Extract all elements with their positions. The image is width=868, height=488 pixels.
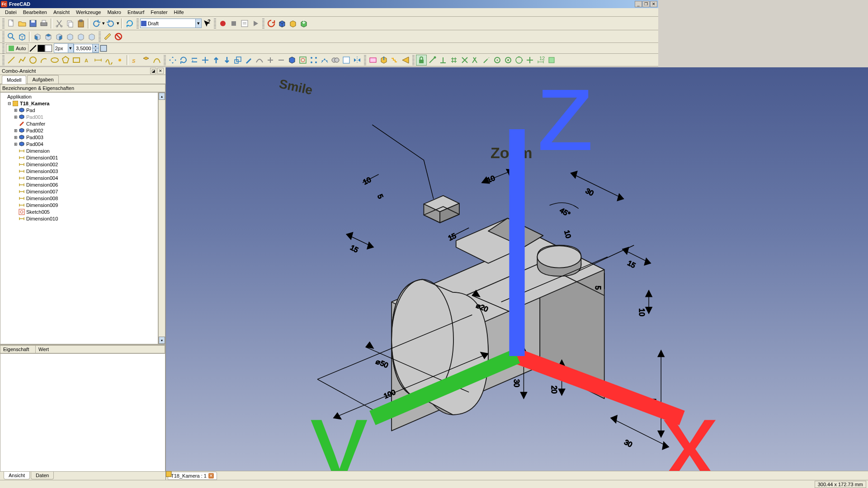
tab-aufgaben[interactable]: Aufgaben <box>27 75 58 84</box>
draft-bspline-button[interactable] <box>104 55 114 66</box>
path-array-button[interactable] <box>319 55 330 66</box>
draft-shapestring-button[interactable]: S <box>130 55 141 66</box>
draft-line-button[interactable] <box>6 55 17 66</box>
paste-button[interactable] <box>75 18 86 29</box>
tree-item[interactable]: ·Dimension <box>0 147 158 154</box>
chevron-down-icon[interactable]: ▾ <box>195 19 201 28</box>
menu-werkzeuge[interactable]: Werkzeuge <box>73 9 104 16</box>
snap-angle-button[interactable] <box>514 55 524 66</box>
workbench-combo-value[interactable] <box>147 21 195 26</box>
tree-item[interactable]: ⊞Pad001 <box>0 113 158 120</box>
del-point-button[interactable] <box>276 55 287 66</box>
menu-entwurf[interactable]: Entwurf <box>124 9 147 16</box>
tree-item[interactable]: ·Dimension002 <box>0 161 158 168</box>
auto-color-button[interactable]: Auto <box>6 44 28 53</box>
axo-view-button[interactable] <box>17 31 28 42</box>
trimex-button[interactable] <box>200 55 211 66</box>
tree-item[interactable]: ·Dimension008 <box>0 195 158 202</box>
whatsthis-button[interactable]: ? <box>202 18 212 29</box>
panel-close-button[interactable]: ✕ <box>157 68 164 74</box>
bottom-view-button[interactable] <box>75 31 86 42</box>
redo-button[interactable] <box>105 18 116 29</box>
toggle-continue-button[interactable] <box>389 55 400 66</box>
tree-document[interactable]: ⊟T18_Kamera <box>0 100 158 107</box>
part-box-button[interactable] <box>277 18 288 29</box>
apply-style-button[interactable] <box>99 44 108 53</box>
edit-button[interactable] <box>243 55 254 66</box>
menu-ansicht[interactable]: Ansicht <box>50 9 73 16</box>
offset-button[interactable] <box>189 55 200 66</box>
menu-bearbeiten[interactable]: Bearbeiten <box>20 9 50 16</box>
part-import-button[interactable] <box>298 18 309 29</box>
snap-near-button[interactable] <box>492 55 503 66</box>
rear-view-button[interactable] <box>65 31 75 42</box>
draft-polygon-button[interactable] <box>60 55 71 66</box>
clone-button[interactable] <box>330 55 341 66</box>
spinner-up[interactable]: ▴ <box>92 44 99 48</box>
undo-button[interactable] <box>91 18 102 29</box>
mirror-button[interactable] <box>352 55 363 66</box>
draft2sketch-button[interactable] <box>297 55 308 66</box>
left-view-button[interactable] <box>86 31 97 42</box>
scale-button[interactable] <box>232 55 243 66</box>
top-view-button[interactable] <box>43 31 54 42</box>
shape2dview-button[interactable] <box>287 55 297 66</box>
tab-modell[interactable]: Modell <box>2 75 26 84</box>
reload-button[interactable] <box>266 18 277 29</box>
scroll-down-button[interactable]: ▾ <box>159 337 165 344</box>
tree-item[interactable]: ·Chamfer <box>0 120 158 127</box>
upgrade-button[interactable] <box>211 55 222 66</box>
macro-stop-button[interactable] <box>228 18 239 29</box>
undo-dropdown[interactable]: ▾ <box>102 20 105 26</box>
menu-datei[interactable]: Datei <box>2 9 20 16</box>
front-view-button[interactable] <box>32 31 43 42</box>
tree-item[interactable]: ·Dimension001 <box>0 154 158 161</box>
line-color-button[interactable] <box>28 44 38 53</box>
linewidth-combo[interactable]: ▾ <box>54 43 74 53</box>
3d-viewport[interactable]: 100 30 50 20 30 10 5 <box>166 67 658 370</box>
chevron-down-icon[interactable]: ▾ <box>68 44 73 52</box>
scroll-up-button[interactable]: ▴ <box>159 93 165 100</box>
select-plane-button[interactable] <box>368 55 378 66</box>
draft-wire-button[interactable] <box>17 55 28 66</box>
tree-scrollbar[interactable]: ▴ ▾ <box>158 92 165 344</box>
measure-button[interactable] <box>102 31 113 42</box>
tree-item[interactable]: ·Dimension010 <box>0 215 158 222</box>
property-body[interactable] <box>0 353 165 370</box>
snap-workingplane-button[interactable] <box>546 55 557 66</box>
snap-lock-button[interactable] <box>416 55 427 66</box>
snap-intersection-button[interactable] <box>459 55 470 66</box>
refresh-button[interactable] <box>124 18 135 29</box>
array-button[interactable] <box>308 55 319 66</box>
snap-extension-button[interactable] <box>481 55 492 66</box>
face-color-swatch[interactable] <box>38 45 45 52</box>
new-file-button[interactable] <box>6 18 17 29</box>
tree-item[interactable]: ⊞Pad004 <box>0 141 158 147</box>
menu-fenster[interactable]: Fenster <box>147 9 170 16</box>
print-button[interactable] <box>38 18 49 29</box>
tree-item[interactable]: ·Sketch005 <box>0 208 158 215</box>
drawing-button[interactable] <box>341 55 352 66</box>
draft-rectangle-button[interactable] <box>71 55 82 66</box>
rotate-button[interactable] <box>178 55 189 66</box>
macro-play-button[interactable] <box>250 18 261 29</box>
tree-item[interactable]: ·Dimension004 <box>0 174 158 181</box>
model-tree[interactable]: ▪Applikation ⊟T18_Kamera ⊞Pad⊞Pad001·Cha… <box>0 92 158 344</box>
open-file-button[interactable] <box>17 18 28 29</box>
draft-facebinder-button[interactable] <box>141 55 151 66</box>
wire-to-bspline-button[interactable] <box>254 55 265 66</box>
tree-item[interactable]: ·Dimension007 <box>0 188 158 195</box>
tree-item[interactable]: ⊞Pad003 <box>0 134 158 141</box>
draft-dimension-button[interactable] <box>93 55 104 66</box>
fit-all-button[interactable] <box>6 31 17 42</box>
fontsize-spinner[interactable]: ▴▾ <box>74 44 99 53</box>
tree-item[interactable]: ⊞Pad002 <box>0 127 158 134</box>
copy-button[interactable] <box>65 18 75 29</box>
draft-point-button[interactable] <box>114 55 125 66</box>
snap-dimensions-button[interactable]: 12 <box>535 55 546 66</box>
snap-perpendicular-button[interactable] <box>438 55 448 66</box>
workbench-combo[interactable]: ▾ <box>140 19 202 28</box>
fill-color-swatch[interactable] <box>45 45 52 52</box>
macro-edit-button[interactable] <box>239 18 250 29</box>
draft-bezier-button[interactable] <box>151 55 162 66</box>
